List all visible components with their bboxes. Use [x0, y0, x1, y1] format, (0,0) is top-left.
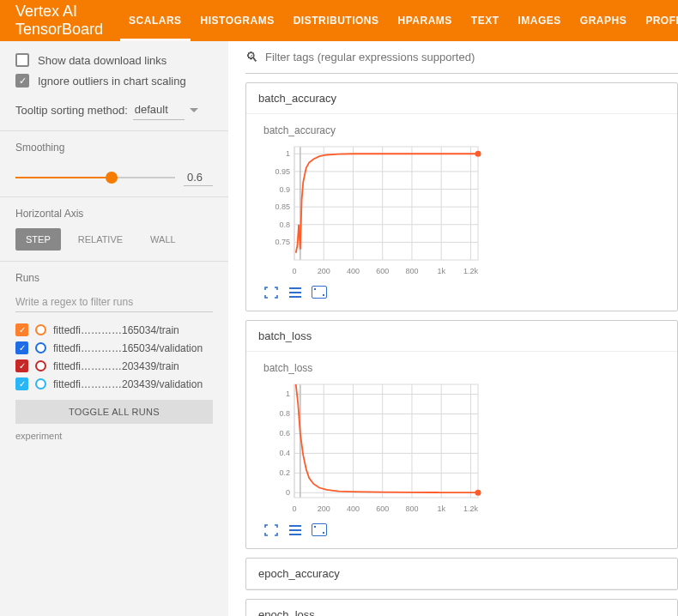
- svg-text:0.2: 0.2: [279, 468, 290, 477]
- tag-filter-row[interactable]: 🔍︎: [245, 41, 678, 74]
- svg-text:1: 1: [286, 149, 290, 158]
- scalar-card-epoch_accuracy: epoch_accuracy: [245, 558, 678, 590]
- show-download-label: Show data download links: [38, 54, 166, 67]
- svg-text:600: 600: [376, 267, 389, 275]
- chart-toolbar: [263, 523, 504, 536]
- horiz-option-wall[interactable]: WALL: [140, 228, 186, 251]
- ignore-outliers-row[interactable]: Ignore outliers in chart scaling: [15, 74, 213, 88]
- svg-text:1k: 1k: [437, 267, 445, 275]
- toggle-all-runs-button[interactable]: TOGGLE ALL RUNS: [15, 400, 213, 424]
- card-header[interactable]: epoch_loss: [246, 600, 677, 616]
- svg-text:1.2k: 1.2k: [463, 504, 479, 513]
- card-header[interactable]: batch_accuracy: [246, 83, 677, 114]
- tag-filter-input[interactable]: [265, 51, 678, 63]
- horiz-option-step[interactable]: STEP: [15, 228, 61, 251]
- svg-text:600: 600: [376, 504, 389, 513]
- svg-text:0: 0: [292, 267, 296, 275]
- tab-text[interactable]: TEXT: [471, 0, 499, 41]
- horiz-option-relative[interactable]: RELATIVE: [68, 228, 133, 251]
- svg-rect-46: [294, 384, 478, 498]
- run-checkbox[interactable]: [15, 377, 28, 390]
- svg-rect-14: [294, 147, 478, 260]
- tooltip-sort-value: default: [133, 100, 185, 120]
- ignore-outliers-label: Ignore outliers in chart scaling: [38, 75, 186, 88]
- smoothing-slider[interactable]: 0.6: [15, 169, 213, 186]
- list-icon[interactable]: [288, 286, 303, 299]
- experiment-label: experiment: [15, 431, 213, 441]
- svg-text:200: 200: [318, 504, 330, 513]
- svg-text:400: 400: [347, 267, 360, 275]
- tooltip-sort-label: Tooltip sorting method:: [15, 104, 128, 117]
- run-row[interactable]: fittedfi…………165034/train: [15, 321, 213, 339]
- smoothing-value[interactable]: 0.6: [184, 169, 213, 186]
- run-checkbox[interactable]: [15, 341, 28, 354]
- svg-text:0.4: 0.4: [279, 449, 290, 457]
- svg-text:0.8: 0.8: [279, 220, 290, 229]
- tab-graphs[interactable]: GRAPHS: [580, 0, 627, 41]
- scalar-card-batch_accuracy: batch_accuracybatch_accuracy020040060080…: [245, 82, 678, 311]
- card-header[interactable]: epoch_accuracy: [246, 559, 677, 589]
- scalar-card-epoch_loss: epoch_loss: [245, 599, 678, 616]
- sidebar: Show data download links Ignore outliers…: [0, 41, 228, 616]
- fit-domain-icon[interactable]: [312, 286, 327, 299]
- app-title: Vertex AI TensorBoard: [15, 3, 103, 39]
- svg-text:200: 200: [318, 267, 330, 275]
- svg-point-60: [475, 490, 481, 496]
- svg-text:0.9: 0.9: [279, 185, 290, 194]
- svg-text:1k: 1k: [437, 504, 445, 513]
- show-download-row[interactable]: Show data download links: [15, 53, 213, 67]
- run-label: fittedfi…………203439/train: [53, 360, 213, 372]
- chart-toolbar: [263, 286, 504, 299]
- chevron-down-icon: [190, 108, 198, 112]
- fullscreen-icon[interactable]: [263, 523, 279, 536]
- fullscreen-icon[interactable]: [263, 286, 279, 299]
- run-color-icon: [35, 360, 46, 371]
- svg-text:1.2k: 1.2k: [463, 267, 479, 275]
- smoothing-label: Smoothing: [15, 142, 213, 154]
- svg-text:0.75: 0.75: [275, 238, 290, 246]
- tooltip-sort-select[interactable]: default: [133, 100, 198, 120]
- fit-domain-icon[interactable]: [312, 523, 327, 536]
- svg-text:0.6: 0.6: [279, 429, 290, 438]
- horizontal-axis-group: STEPRELATIVEWALL: [15, 228, 213, 251]
- tab-scalars[interactable]: SCALARS: [129, 0, 182, 41]
- run-color-icon: [35, 378, 46, 390]
- tab-histograms[interactable]: HISTOGRAMS: [201, 0, 275, 41]
- svg-text:0.8: 0.8: [279, 409, 290, 418]
- svg-text:400: 400: [347, 504, 360, 513]
- svg-text:800: 800: [405, 504, 418, 513]
- runs-list: fittedfi…………165034/trainfittedfi…………1650…: [15, 321, 213, 393]
- run-label: fittedfi…………203439/validation: [53, 378, 213, 390]
- tab-distributions[interactable]: DISTRIBUTIONS: [294, 0, 379, 41]
- run-label: fittedfi…………165034/train: [53, 324, 213, 336]
- run-color-icon: [35, 342, 46, 353]
- svg-text:0.85: 0.85: [275, 202, 290, 211]
- run-label: fittedfi…………165034/validation: [53, 342, 213, 354]
- svg-text:0: 0: [292, 504, 296, 513]
- tab-hparams[interactable]: HPARAMS: [398, 0, 452, 41]
- run-row[interactable]: fittedfi…………165034/validation: [15, 339, 213, 357]
- svg-text:1: 1: [286, 390, 290, 398]
- checkbox-ignore-outliers[interactable]: [15, 74, 29, 88]
- main-panel: 🔍︎ batch_accuracybatch_accuracy020040060…: [228, 41, 678, 616]
- svg-text:0: 0: [286, 488, 290, 497]
- chart-title: batch_accuracy: [263, 124, 504, 136]
- header-tabs: SCALARSHISTOGRAMSDISTRIBUTIONSHPARAMSTEX…: [129, 0, 678, 41]
- runs-filter-input[interactable]: [15, 293, 213, 312]
- tab-images[interactable]: IMAGES: [518, 0, 560, 41]
- run-color-icon: [35, 324, 46, 335]
- run-row[interactable]: fittedfi…………203439/train: [15, 357, 213, 375]
- checkbox-show-download[interactable]: [15, 53, 29, 67]
- horizontal-axis-label: Horizontal Axis: [15, 208, 213, 220]
- list-icon[interactable]: [288, 523, 303, 536]
- run-row[interactable]: fittedfi…………203439/validation: [15, 375, 213, 393]
- card-header[interactable]: batch_loss: [246, 321, 677, 352]
- tab-profile[interactable]: PROFILE: [645, 0, 678, 41]
- run-checkbox[interactable]: [15, 359, 28, 372]
- svg-text:0.95: 0.95: [275, 167, 290, 176]
- run-checkbox[interactable]: [15, 323, 28, 336]
- search-icon: 🔍︎: [245, 50, 258, 64]
- runs-label: Runs: [15, 272, 213, 284]
- svg-point-28: [475, 151, 481, 157]
- scalar-card-batch_loss: batch_lossbatch_loss02004006008001k1.2k0…: [245, 320, 678, 549]
